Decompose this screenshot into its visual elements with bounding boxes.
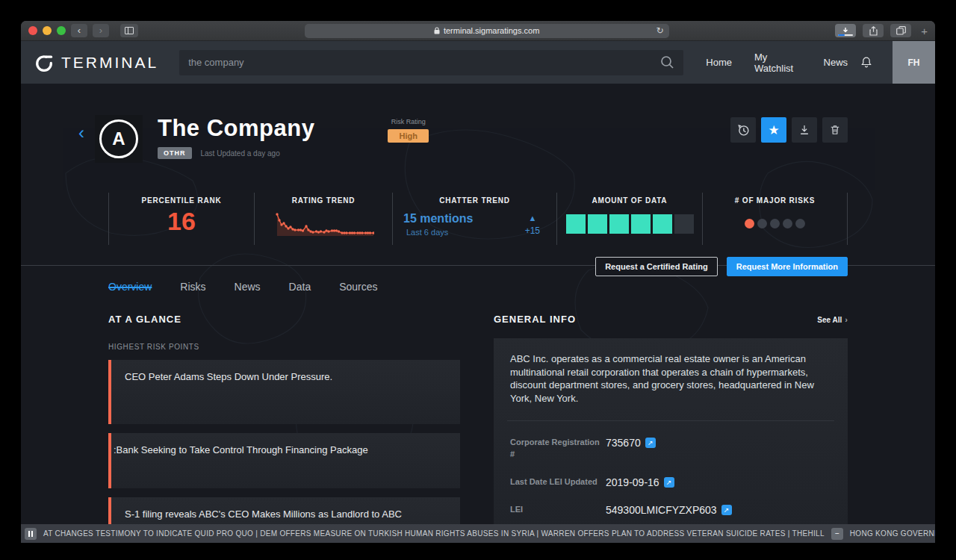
data-amount-block	[674, 214, 694, 234]
data-amount-block	[631, 214, 651, 234]
general-info-title: GENERAL INFO	[494, 314, 576, 325]
history-button[interactable]	[730, 117, 756, 143]
risk-rating-label: Risk Rating	[391, 118, 426, 125]
zoom-window-button[interactable]	[57, 26, 66, 35]
share-icon	[869, 26, 878, 36]
brand-name: TERMINAL	[61, 54, 158, 72]
risk-point-card[interactable]: :Bank Seeking to Take Control Through Fi…	[108, 433, 460, 488]
tab-data[interactable]: Data	[289, 281, 311, 293]
ticker-segment: HONG KONG GOVERNMENT MUST END PROTEST CR…	[850, 529, 935, 538]
browser-forward-button[interactable]: ›	[93, 24, 109, 37]
sidebar-icon	[125, 27, 134, 34]
news-ticker: AT CHANGES TESTIMONY TO INDICATE QUID PR…	[21, 524, 935, 543]
external-link-icon[interactable]: ↗	[664, 477, 674, 488]
lock-icon	[434, 27, 440, 34]
terminal-logo-icon	[34, 53, 54, 72]
brand-logo[interactable]: TERMINAL	[34, 53, 158, 72]
history-clock-icon	[736, 122, 751, 137]
download-icon	[798, 123, 811, 137]
stat-amount-of-data: AMOUNT OF DATA	[556, 193, 702, 245]
field-label: Corporate Registration #	[510, 437, 606, 461]
trash-icon	[828, 123, 842, 137]
chevron-right-icon: ›	[845, 315, 848, 324]
minus-icon: −	[835, 530, 839, 538]
tabs-icon	[896, 26, 906, 35]
chatter-trend-label: CHATTER TREND	[393, 196, 556, 205]
field-value: 2019-09-16	[606, 476, 659, 488]
rating-trend-sparkline	[273, 211, 374, 239]
field-label: Last Date LEI Updated	[510, 476, 606, 488]
chatter-period: Last 6 days	[406, 228, 473, 237]
data-amount-block	[588, 214, 607, 234]
risk-point-text: CEO Peter Adams Steps Down Under Pressur…	[125, 371, 332, 382]
risk-rating-value-badge: High	[388, 129, 428, 143]
company-type-badge: OTHR	[158, 147, 192, 159]
search-bar[interactable]	[179, 50, 683, 75]
major-risk-dot	[783, 219, 792, 228]
major-risk-dot	[745, 219, 754, 228]
risk-point-card[interactable]: CEO Peter Adams Steps Down Under Pressur…	[108, 360, 460, 424]
external-link-icon[interactable]: ↗	[645, 438, 656, 448]
new-tab-button[interactable]: +	[921, 25, 928, 37]
tab-overview[interactable]: Overview	[108, 281, 152, 293]
minimize-window-button[interactable]	[43, 26, 52, 35]
chatter-delta: +15	[525, 225, 540, 236]
at-a-glance-title: AT A GLANCE	[108, 314, 460, 325]
company-banner: ‹ A The Company OTHR Last Updated a day …	[21, 84, 935, 266]
ticker-collapse-button[interactable]: −	[831, 528, 843, 540]
data-amount-block	[653, 214, 672, 234]
info-field: Last Date LEI Updated 2019-09-16↗	[510, 476, 831, 488]
data-amount-block	[609, 214, 629, 234]
highest-risk-points-label: HIGHEST RISK POINTS	[108, 343, 460, 351]
back-chevron-icon[interactable]: ‹	[78, 124, 84, 142]
address-bar[interactable]: terminal.sigmaratings.com ↻	[305, 24, 669, 38]
user-avatar[interactable]: FH	[893, 41, 935, 84]
tab-risks[interactable]: Risks	[180, 281, 205, 293]
downloads-button[interactable]	[835, 24, 856, 37]
sidebar-toggle-button[interactable]	[120, 24, 138, 37]
last-updated-text: Last Updated a day ago	[201, 149, 280, 158]
stat-rating-trend: RATING TREND	[254, 193, 392, 245]
percentile-rank-value: 16	[109, 207, 254, 236]
amount-of-data-blocks	[557, 214, 702, 234]
divider	[507, 420, 834, 421]
tab-overview-button[interactable]	[890, 24, 911, 37]
reload-icon[interactable]: ↻	[657, 25, 664, 36]
request-more-information-button[interactable]: Request More Information	[727, 257, 848, 276]
watchlist-star-button[interactable]: ★	[761, 117, 786, 143]
browser-back-button[interactable]: ‹	[71, 24, 87, 37]
company-title: The Company	[158, 115, 314, 142]
search-icon[interactable]	[660, 55, 674, 69]
trend-up-icon: ▲	[528, 214, 536, 223]
close-window-button[interactable]	[28, 26, 37, 35]
field-label: LEI	[510, 504, 606, 516]
star-icon: ★	[768, 122, 779, 138]
request-certified-rating-button[interactable]: Request a Certified Rating	[595, 257, 718, 276]
chatter-mentions-value: 15 mentions	[403, 212, 473, 225]
nav-my-watchlist[interactable]: My Watchlist	[754, 52, 801, 74]
browser-toolbar: ‹ › terminal.sigmaratings.com ↻ +	[21, 21, 935, 41]
nav-news[interactable]: News	[824, 57, 848, 68]
company-description: ABC Inc. operates as a commercial real e…	[510, 352, 831, 405]
ticker-pause-button[interactable]	[25, 528, 37, 540]
share-button[interactable]	[863, 24, 884, 37]
major-risks-label: # OF MAJOR RISKS	[703, 196, 847, 205]
page-main: ‹ A The Company OTHR Last Updated a day …	[21, 84, 935, 543]
at-a-glance-section: AT A GLANCE HIGHEST RISK POINTS CEO Pete…	[108, 314, 460, 543]
notifications-bell-icon[interactable]	[860, 55, 873, 70]
see-all-link[interactable]: See All›	[817, 315, 848, 324]
download-report-button[interactable]	[792, 117, 817, 143]
search-input[interactable]	[188, 57, 660, 68]
tab-news[interactable]: News	[235, 281, 261, 293]
stat-major-risks: # OF MAJOR RISKS	[702, 193, 848, 245]
stats-row: PERCENTILE RANK 16 RATING TREND CHATTER …	[108, 193, 848, 245]
risk-point-text: :Bank Seeking to Take Control Through Fi…	[114, 444, 368, 455]
rating-grade-letter: A	[99, 119, 138, 158]
info-field: LEI 549300LMICFYZXP603↗	[510, 504, 831, 516]
tab-sources[interactable]: Sources	[339, 281, 377, 293]
external-link-icon[interactable]: ↗	[721, 505, 732, 515]
nav-home[interactable]: Home	[706, 57, 732, 68]
delete-button[interactable]	[822, 117, 848, 143]
url-text: terminal.sigmaratings.com	[444, 26, 539, 35]
rating-trend-label: RATING TREND	[255, 196, 392, 205]
